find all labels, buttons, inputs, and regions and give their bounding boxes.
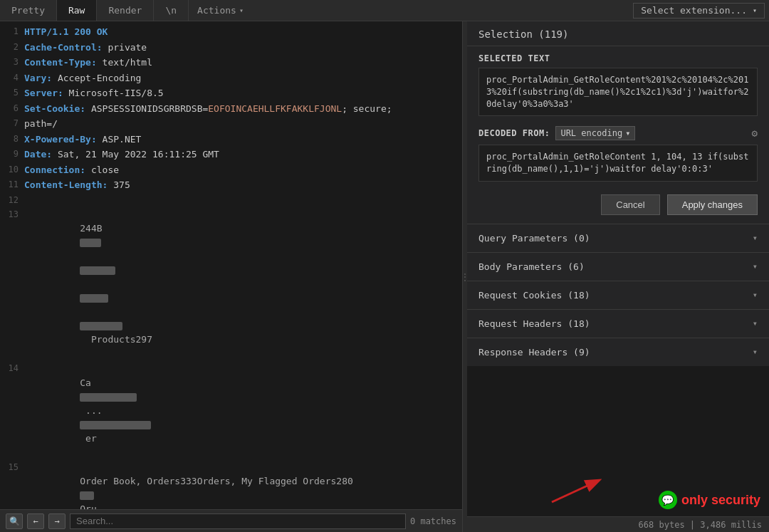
code-line-2: 2 Cache-Control: private (0, 40, 462, 56)
left-arrow-icon: ← (33, 516, 38, 526)
code-line-6: 6 Set-Cookie: ASPSESSIONIDSGRBRDSB=EOFOI… (0, 101, 462, 117)
extension-chevron-icon: ▾ (753, 6, 757, 14)
body-params-section: Body Parameters (6) ▾ (467, 252, 769, 281)
body-params-header[interactable]: Body Parameters (6) ▾ (467, 253, 769, 281)
request-headers-chevron-icon: ▾ (753, 318, 758, 328)
decoded-from-row: DECODED FROM: URL encoding ▾ ⚙ (467, 123, 769, 145)
code-line-10: 10 Connection: close (0, 162, 462, 178)
selected-text-title: SELECTED TEXT (467, 46, 769, 68)
tab-pretty[interactable]: Pretty (0, 0, 57, 21)
response-headers-section: Response Headers (9) ▾ (467, 338, 769, 366)
search-icon-button[interactable]: 🔍 (6, 513, 23, 529)
code-line-12: 12 (0, 193, 462, 207)
arrow-pointer-icon (548, 477, 605, 506)
left-panel: 1 HTTP/1.1 200 OK 2 Cache-Control: priva… (0, 21, 463, 532)
code-line-11: 11 Content-Length: 375 (0, 177, 462, 193)
decoded-text-box[interactable]: proc_PortalAdmin_GetRoleContent 1, 104, … (478, 145, 758, 182)
main-content: 1 HTTP/1.1 200 OK 2 Cache-Control: priva… (0, 21, 769, 532)
watermark-text: only security (681, 493, 760, 508)
response-headers-header[interactable]: Response Headers (9) ▾ (467, 338, 769, 366)
settings-icon[interactable]: ⚙ (752, 127, 758, 139)
code-line-5: 5 Server: Microsoft-IIS/8.5 (0, 85, 462, 101)
tab-raw[interactable]: Raw (57, 0, 97, 21)
body-params-chevron-icon: ▾ (753, 261, 758, 271)
decoded-from-label: DECODED FROM: (478, 128, 550, 138)
request-cookies-header[interactable]: Request Cookies (18) ▾ (467, 281, 769, 309)
request-cookies-section: Request Cookies (18) ▾ (467, 281, 769, 309)
request-headers-section: Request Headers (18) ▾ (467, 309, 769, 338)
code-line-1: 1 HTTP/1.1 200 OK (0, 24, 462, 40)
svg-line-1 (552, 481, 598, 502)
right-arrow-icon: → (54, 516, 59, 526)
actions-chevron-icon: ▾ (239, 6, 244, 14)
right-panel: Selection (119) SELECTED TEXT proc_Porta… (467, 21, 769, 532)
query-params-header[interactable]: Query Parameters (0) ▾ (467, 224, 769, 252)
query-params-section: Query Parameters (0) ▾ (467, 224, 769, 252)
tab-render[interactable]: Render (97, 0, 154, 21)
tab-actions[interactable]: Actions ▾ (189, 0, 252, 21)
cancel-button[interactable]: Cancel (601, 194, 659, 215)
search-bar: 🔍 ← → 0 matches (0, 509, 462, 532)
code-area[interactable]: 1 HTTP/1.1 200 OK 2 Cache-Control: priva… (0, 21, 462, 509)
code-line-4: 4 Vary: Accept-Encoding (0, 71, 462, 86)
code-line-8: 8 X-Powered-By: ASP.NET (0, 132, 462, 147)
apply-changes-button[interactable]: Apply changes (667, 194, 758, 215)
code-line-15: 15 Order Book, Orders333Orders, My Flagg… (0, 460, 462, 510)
search-input[interactable] (70, 513, 406, 529)
request-headers-header[interactable]: Request Headers (18) ▾ (467, 310, 769, 338)
selected-text-box[interactable]: proc_PortalAdmin_GetRoleContent%201%2c%2… (478, 68, 758, 116)
decoded-format-select[interactable]: URL encoding ▾ (555, 126, 635, 140)
watermark-area: 💬 only security (467, 366, 769, 516)
wechat-badge: 💬 only security (659, 491, 760, 509)
select-extension-dropdown[interactable]: Select extension... ▾ (633, 3, 765, 19)
query-params-chevron-icon: ▾ (753, 233, 758, 243)
tab-n[interactable]: \n (154, 0, 189, 21)
code-line-3: 3 Content-Type: text/html (0, 55, 462, 71)
selection-header: Selection (119) (467, 21, 769, 46)
code-line-9: 9 Date: Sat, 21 May 2022 16:11:25 GMT (0, 147, 462, 162)
code-line-14: 14 Ca ... er (0, 361, 462, 460)
response-headers-chevron-icon: ▾ (753, 347, 758, 357)
code-line-13: 13 244B Products297 (0, 207, 462, 362)
code-line-7: 7 path=/ (0, 116, 462, 132)
prev-match-button[interactable]: ← (27, 513, 44, 529)
next-match-button[interactable]: → (48, 513, 66, 529)
request-cookies-chevron-icon: ▾ (753, 290, 758, 300)
wechat-icon: 💬 (659, 491, 677, 509)
status-bar: 668 bytes | 3,486 millis (467, 516, 769, 532)
status-text: 668 bytes | 3,486 millis (639, 520, 762, 530)
format-chevron-icon: ▾ (625, 128, 630, 138)
tab-bar: Pretty Raw Render \n Actions ▾ Select ex… (0, 0, 769, 21)
matches-count: 0 matches (410, 516, 456, 526)
search-icon: 🔍 (9, 516, 20, 526)
action-buttons: Cancel Apply changes (467, 189, 769, 224)
